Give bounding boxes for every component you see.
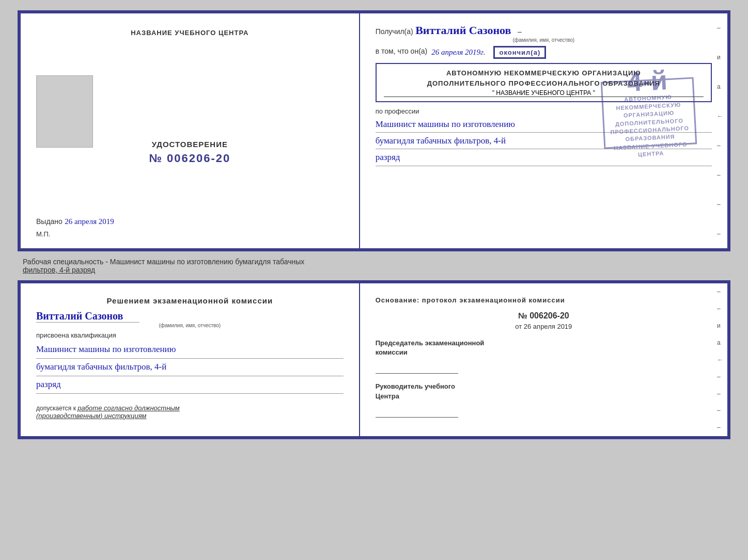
side-marks: – и а ← – – – –	[717, 13, 723, 248]
rukovoditel-signature-line	[376, 405, 458, 418]
qualification-line2: бумагидля табачных фильтров, 4-й	[36, 360, 344, 376]
proto-date: от 26 апреля 2019	[376, 323, 712, 330]
right-side-marks: – – и а ← – – – –	[717, 283, 723, 436]
fio-subtitle: (фамилия, имя, отчество)	[36, 323, 344, 328]
qualification-line3: разряд	[36, 377, 344, 394]
vtom-date: 26 апреля 2019г.	[431, 48, 485, 57]
bottom-label: Рабочая специальность - Машинист машины …	[18, 255, 730, 276]
photo-placeholder	[36, 75, 93, 148]
mp-label: М.П.	[36, 230, 50, 238]
bottom-person-name: Витталий Сазонов	[36, 310, 139, 323]
okoncil-badge: окончил(а)	[493, 46, 546, 59]
org-block: 4-й АВТОНОМНУЮ НЕКОММЕРЧЕСКУЮ ОРГАНИЗАЦИ…	[376, 63, 712, 102]
bottom-label-underlined: фильтров, 4-й разряд	[23, 266, 95, 274]
top-cert-right: Получил(а) Витталий Сазонов – (фамилия, …	[360, 13, 727, 248]
predsedatel-signature-line	[376, 361, 458, 374]
top-cert-left: НАЗВАНИЕ УЧЕБНОГО ЦЕНТРА УДОСТОВЕРЕНИЕ №…	[21, 13, 360, 248]
document-container: НАЗВАНИЕ УЧЕБНОГО ЦЕНТРА УДОСТОВЕРЕНИЕ №…	[10, 10, 738, 439]
received-name: Витталий Сазонов	[415, 24, 511, 37]
udostoverenie-title: УДОСТОВЕРЕНИЕ	[149, 140, 230, 149]
bottom-cert-left: Решением экзаменационной комиссии Виттал…	[21, 283, 360, 436]
stamp-number: 4-й	[626, 67, 668, 96]
top-certificate: НАЗВАНИЕ УЧЕБНОГО ЦЕНТРА УДОСТОВЕРЕНИЕ №…	[18, 10, 730, 251]
reshenie-title: Решением экзаменационной комиссии	[36, 296, 344, 305]
bottom-certificate: Решением экзаменационной комиссии Виттал…	[18, 280, 730, 439]
cert-number: № 006206-20	[149, 152, 230, 165]
bottom-cert-right: Основание: протокол экзаменационной коми…	[360, 283, 727, 436]
osnovanie-title: Основание: протокол экзаменационной коми…	[376, 296, 712, 304]
stamp-overlay: 4-й АВТОНОМНУЮ НЕКОММЕРЧЕСКУЮ ОРГАНИЗАЦИ…	[601, 77, 697, 149]
qualification-line1: Машинист машины по изготовлению	[36, 342, 344, 359]
predsedatel-title: Председатель экзаменационной комиссии	[376, 339, 712, 357]
received-prefix: Получил(а)	[376, 27, 413, 36]
issued-label: Выдано	[36, 217, 63, 226]
dopuskaetsya-line: допускается к работе согласно должностны…	[36, 404, 344, 420]
prisvoena-label: присвоена квалификация	[36, 331, 344, 339]
issued-date: 26 апреля 2019	[65, 217, 114, 226]
school-name-label: НАЗВАНИЕ УЧЕБНОГО ЦЕНТРА	[131, 29, 248, 37]
proto-date-prefix: от	[515, 323, 522, 330]
rukovoditel-title: Руководитель учебного Центра	[376, 382, 712, 401]
vtom-prefix: в том, что он(а)	[376, 47, 428, 55]
dopuskaetsya-prefix: допускается к	[36, 405, 76, 412]
proto-date-value: 26 апреля 2019	[524, 323, 572, 330]
bottom-label-prefix: Рабочая специальность - Машинист машины …	[23, 258, 304, 266]
received-subtitle: (фамилия, имя, отчество)	[376, 37, 712, 43]
proto-number: № 006206-20	[376, 311, 712, 321]
received-dash: –	[518, 27, 522, 36]
